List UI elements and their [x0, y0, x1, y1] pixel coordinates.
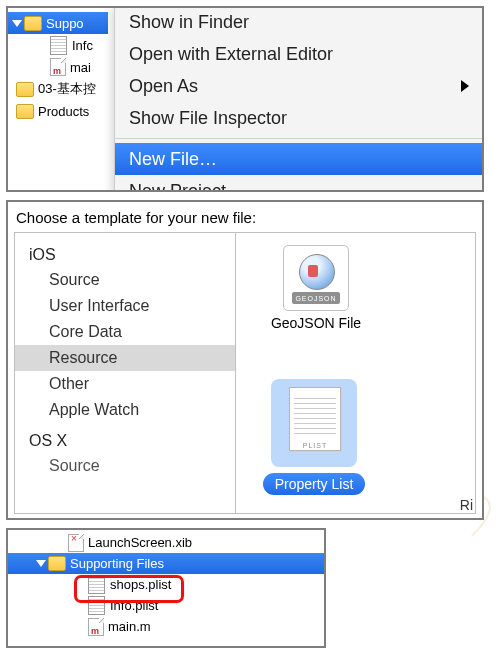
context-menu: Show in Finder Open with External Editor…	[114, 6, 484, 192]
project-navigator-result: LaunchScreen.xib Supporting Files shops.…	[6, 528, 326, 648]
template-label-selected: Property List	[263, 473, 366, 495]
sidebar-item-apple-watch[interactable]: Apple Watch	[15, 397, 235, 423]
disclosure-triangle-icon[interactable]	[12, 20, 22, 27]
tree-item-label: 03-基本控	[38, 80, 96, 98]
menu-item-open-external[interactable]: Open with External Editor	[115, 38, 484, 70]
plist-file-icon	[50, 36, 67, 55]
folder-icon	[16, 82, 34, 97]
m-file-icon	[50, 58, 66, 76]
folder-icon	[16, 104, 34, 119]
menu-item-show-file-inspector[interactable]: Show File Inspector	[115, 102, 484, 134]
m-file-icon	[88, 618, 104, 636]
project-navigator-with-context-menu: Suppo Infc mai 03-基本控 Products Show in F…	[6, 6, 484, 192]
plist-file-icon	[88, 575, 105, 594]
menu-item-show-in-finder[interactable]: Show in Finder	[115, 6, 484, 38]
menu-item-label: Open As	[129, 76, 198, 97]
menu-item-label: New File…	[129, 149, 217, 170]
tree-item-shops-plist[interactable]: shops.plist	[8, 574, 324, 595]
sidebar-item-user-interface[interactable]: User Interface	[15, 293, 235, 319]
sheet-title: Choose a template for your new file:	[16, 209, 476, 226]
tree-item-label: LaunchScreen.xib	[88, 535, 192, 550]
template-property-list[interactable]: Property List	[244, 379, 384, 495]
folder-icon	[48, 556, 66, 571]
new-file-template-sheet: Choose a template for your new file: iOS…	[6, 200, 484, 520]
geojson-icon: GEOJSON	[283, 245, 349, 311]
menu-item-new-file[interactable]: New File…	[115, 143, 484, 175]
tree-item-launchscreen-xib[interactable]: LaunchScreen.xib	[8, 532, 324, 553]
plist-icon	[271, 379, 357, 467]
category-ios: iOS	[15, 243, 235, 267]
geojson-ribbon: GEOJSON	[292, 292, 340, 304]
menu-item-label: Show File Inspector	[129, 108, 287, 129]
tree-item-label: shops.plist	[110, 577, 171, 592]
tree-item-label: Supporting Files	[70, 556, 164, 571]
tree-item-label: Info.plist	[110, 598, 158, 613]
menu-item-label: Open with External Editor	[129, 44, 333, 65]
menu-item-label: Show in Finder	[129, 12, 249, 33]
tree-item-label: Products	[38, 104, 89, 119]
tree-item-info-plist[interactable]: Info.plist	[8, 595, 324, 616]
disclosure-triangle-icon[interactable]	[36, 560, 46, 567]
folder-icon	[24, 16, 42, 31]
template-cutoff-label: Ri	[460, 497, 473, 513]
template-grid: GEOJSON GeoJSON File Property List Ri	[236, 233, 475, 513]
template-body: iOS Source User Interface Core Data Reso…	[14, 232, 476, 514]
tree-item-products[interactable]: Products	[8, 100, 108, 122]
template-category-sidebar: iOS Source User Interface Core Data Reso…	[15, 233, 236, 513]
sidebar-item-core-data[interactable]: Core Data	[15, 319, 235, 345]
menu-item-label: New Project…	[129, 181, 244, 193]
tree-item-supporting-files[interactable]: Supporting Files	[8, 553, 324, 574]
menu-separator	[115, 138, 484, 139]
submenu-arrow-icon	[461, 80, 469, 92]
tree-item-label: Suppo	[46, 16, 84, 31]
template-label: GeoJSON File	[256, 315, 376, 331]
xib-file-icon	[68, 534, 84, 552]
project-navigator-tree: Suppo Infc mai 03-基本控 Products	[8, 8, 108, 190]
sidebar-item-osx-source[interactable]: Source	[15, 453, 235, 479]
tree-item-03-folder[interactable]: 03-基本控	[8, 78, 108, 100]
tree-item-label: mai	[70, 60, 91, 75]
tree-item-label: main.m	[108, 619, 151, 634]
sidebar-item-resource[interactable]: Resource	[15, 345, 235, 371]
tree-item-supporting-files[interactable]: Suppo	[8, 12, 108, 34]
tree-item-main-m[interactable]: mai	[8, 56, 108, 78]
menu-item-new-project[interactable]: New Project…	[115, 175, 484, 192]
tree-item-info-plist[interactable]: Infc	[8, 34, 108, 56]
tree-item-main-m[interactable]: main.m	[8, 616, 324, 637]
template-geojson-file[interactable]: GEOJSON GeoJSON File	[256, 245, 376, 331]
menu-item-open-as[interactable]: Open As	[115, 70, 484, 102]
sidebar-item-other[interactable]: Other	[15, 371, 235, 397]
category-osx: OS X	[15, 429, 235, 453]
sidebar-item-source[interactable]: Source	[15, 267, 235, 293]
plist-file-icon	[88, 596, 105, 615]
tree-item-label: Infc	[72, 38, 93, 53]
